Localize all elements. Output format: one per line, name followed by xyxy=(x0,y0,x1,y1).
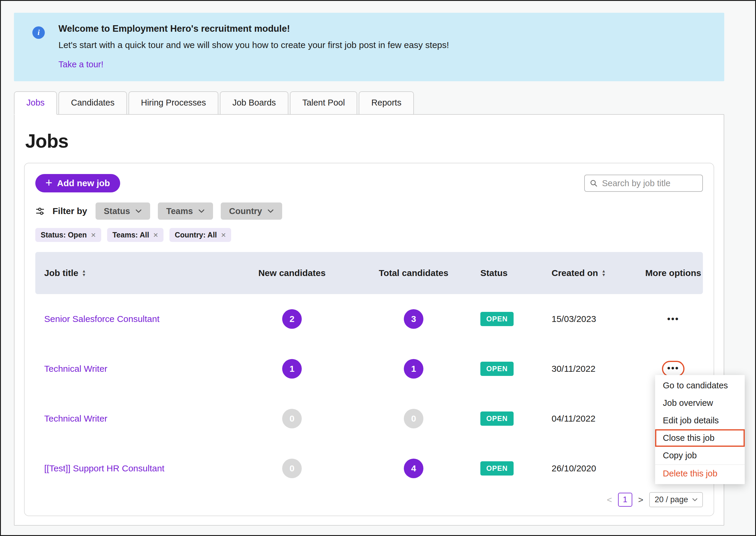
column-more-options: More options xyxy=(645,267,701,279)
column-job-title[interactable]: Job title ▲ ▼ xyxy=(35,268,231,278)
table-row: Senior Salesforce Consultant 2 3 OPEN 15… xyxy=(35,294,703,344)
column-created-on[interactable]: Created on ▲ ▼ xyxy=(546,268,644,278)
filter-chip-country[interactable]: Country: All × xyxy=(169,228,231,242)
country-filter-label: Country xyxy=(229,206,262,216)
teams-filter-dropdown[interactable]: Teams xyxy=(158,202,213,220)
prev-page-button[interactable]: < xyxy=(607,495,612,505)
current-page[interactable]: 1 xyxy=(618,493,632,507)
status-badge: OPEN xyxy=(480,362,514,376)
page-size-label: 20 / page xyxy=(655,495,688,504)
menu-item-copy-job[interactable]: Copy job xyxy=(655,447,745,464)
context-menu: Go to candidates Job overview Edit job d… xyxy=(655,375,745,484)
chevron-down-icon xyxy=(267,209,274,213)
new-candidates-count[interactable]: 0 xyxy=(282,459,302,478)
search-input[interactable] xyxy=(601,178,698,188)
welcome-banner: i Welcome to Employment Hero's recruitme… xyxy=(14,13,724,81)
chevron-down-icon xyxy=(692,498,698,502)
menu-item-job-overview[interactable]: Job overview xyxy=(655,394,745,412)
jobs-card: + Add new job Filter by Status xyxy=(24,163,714,516)
add-new-job-label: Add new job xyxy=(57,178,110,188)
info-icon: i xyxy=(32,26,45,39)
job-title-link[interactable]: Technical Writer xyxy=(35,414,231,424)
created-date: 04/11/2022 xyxy=(546,414,644,424)
tab-reports[interactable]: Reports xyxy=(359,91,414,115)
sort-down-icon: ▼ xyxy=(82,273,86,277)
more-options-button[interactable]: ••• xyxy=(667,314,679,324)
content-panel: Jobs + Add new job xyxy=(14,114,724,526)
column-status: Status xyxy=(474,268,546,278)
job-title-link[interactable]: [[Test]] Support HR Consultant xyxy=(35,463,231,473)
new-candidates-count[interactable]: 2 xyxy=(282,309,302,329)
toolbar: + Add new job xyxy=(35,174,703,192)
created-date: 30/11/2022 xyxy=(546,364,644,374)
menu-item-delete-this-job[interactable]: Delete this job xyxy=(655,464,745,482)
sort-down-icon: ▼ xyxy=(602,273,606,277)
table-row: [[Test]] Support HR Consultant 0 4 OPEN … xyxy=(35,444,703,493)
table-row: Technical Writer 0 0 OPEN 04/11/2022 ••• xyxy=(35,394,703,444)
close-icon[interactable]: × xyxy=(91,231,96,239)
filter-chip-country-label: Country: All xyxy=(175,231,217,239)
menu-item-edit-job-details[interactable]: Edit job details xyxy=(655,412,745,429)
filter-by-label: Filter by xyxy=(53,206,87,216)
chevron-down-icon xyxy=(198,209,205,213)
search-icon xyxy=(590,179,598,187)
new-candidates-count[interactable]: 1 xyxy=(282,359,302,379)
filter-icon xyxy=(35,206,45,216)
close-icon[interactable]: × xyxy=(153,231,158,239)
tab-jobs[interactable]: Jobs xyxy=(14,91,57,115)
job-title-link[interactable]: Technical Writer xyxy=(35,364,231,374)
total-candidates-count[interactable]: 4 xyxy=(404,459,423,478)
more-options-button[interactable]: ••• xyxy=(667,363,679,373)
teams-filter-label: Teams xyxy=(166,206,193,216)
filter-chip-status-label: Status: Open xyxy=(41,231,87,239)
job-title-header-label: Job title xyxy=(44,268,78,278)
plus-icon: + xyxy=(45,177,52,188)
filter-chip-status[interactable]: Status: Open × xyxy=(35,228,101,242)
page-size-select[interactable]: 20 / page xyxy=(649,492,703,507)
table-header: Job title ▲ ▼ New candidates Total candi… xyxy=(35,252,703,294)
recruitment-page: i Welcome to Employment Hero's recruitme… xyxy=(0,0,756,536)
pagination: < 1 > 20 / page xyxy=(607,492,703,507)
status-filter-dropdown[interactable]: Status xyxy=(95,202,150,220)
search-box[interactable] xyxy=(584,175,703,192)
banner-title: Welcome to Employment Hero's recruitment… xyxy=(58,23,712,34)
created-on-header-label: Created on xyxy=(552,268,598,278)
country-filter-dropdown[interactable]: Country xyxy=(221,202,282,220)
chevron-down-icon xyxy=(135,209,142,213)
next-page-button[interactable]: > xyxy=(638,495,644,505)
sort-icon[interactable]: ▲ ▼ xyxy=(602,269,606,276)
filter-chip-teams[interactable]: Teams: All × xyxy=(107,228,163,242)
new-candidates-count[interactable]: 0 xyxy=(282,409,302,428)
tab-hiring-processes[interactable]: Hiring Processes xyxy=(128,91,218,115)
job-title-link[interactable]: Senior Salesforce Consultant xyxy=(35,314,231,324)
created-date: 15/03/2023 xyxy=(546,314,644,324)
banner-subtitle: Let's start with a quick tour and we wil… xyxy=(58,40,712,50)
filter-row: Filter by Status Teams Country xyxy=(35,202,703,220)
tab-talent-pool[interactable]: Talent Pool xyxy=(290,91,358,115)
tab-bar: Jobs Candidates Hiring Processes Job Boa… xyxy=(14,91,755,115)
total-candidates-count[interactable]: 1 xyxy=(404,359,423,379)
tab-job-boards[interactable]: Job Boards xyxy=(220,91,288,115)
page-title: Jobs xyxy=(25,130,714,152)
annotation-ellipse: ••• xyxy=(662,361,685,377)
status-filter-label: Status xyxy=(104,206,130,216)
total-candidates-count[interactable]: 3 xyxy=(404,309,423,329)
status-badge: OPEN xyxy=(480,461,514,476)
add-new-job-button[interactable]: + Add new job xyxy=(35,174,120,192)
sort-icon[interactable]: ▲ ▼ xyxy=(82,269,86,276)
active-filter-chips: Status: Open × Teams: All × Country: All… xyxy=(35,228,703,242)
column-new-candidates: New candidates xyxy=(231,268,353,278)
table-row: Technical Writer 1 1 OPEN 30/11/2022 ••• xyxy=(35,344,703,394)
status-badge: OPEN xyxy=(480,312,514,326)
created-date: 26/10/2020 xyxy=(546,463,644,473)
close-icon[interactable]: × xyxy=(221,231,226,239)
menu-item-close-this-job[interactable]: Close this job xyxy=(655,429,745,447)
column-total-candidates: Total candidates xyxy=(353,268,474,278)
menu-item-go-to-candidates[interactable]: Go to candidates xyxy=(655,377,745,394)
filter-chip-teams-label: Teams: All xyxy=(112,231,149,239)
take-tour-link[interactable]: Take a tour! xyxy=(58,60,104,69)
status-badge: OPEN xyxy=(480,412,514,426)
total-candidates-count[interactable]: 0 xyxy=(404,409,423,428)
tab-candidates[interactable]: Candidates xyxy=(58,91,127,115)
